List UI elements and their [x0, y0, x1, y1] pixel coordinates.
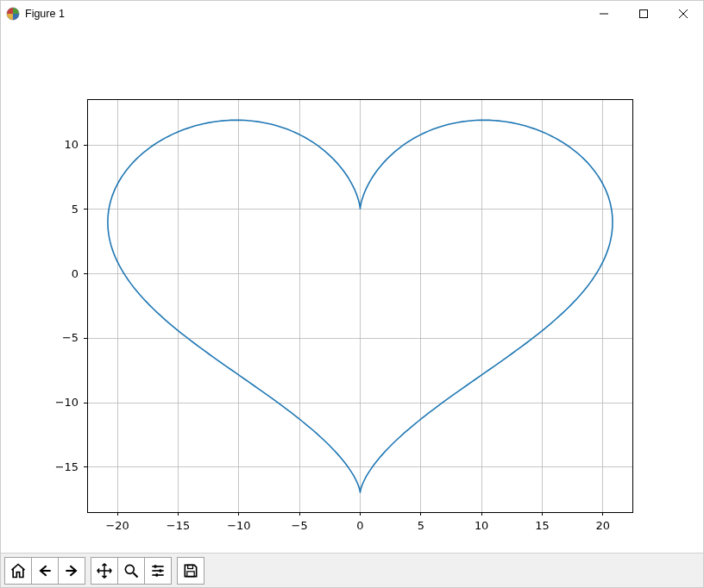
x-tick-label: 10	[475, 519, 488, 532]
svg-rect-43	[160, 569, 162, 572]
x-tick-label: 15	[535, 519, 549, 532]
x-tick-label: 20	[596, 519, 610, 532]
figure-window: Figure 1 −20−15−10−505101520−15−10−50510	[0, 0, 704, 588]
x-tick-label: −5	[292, 519, 308, 532]
configure-button[interactable]	[144, 557, 172, 585]
svg-point-37	[125, 565, 134, 573]
save-button[interactable]	[177, 557, 204, 585]
y-tick-label: −10	[55, 396, 79, 409]
minimize-button[interactable]	[584, 1, 624, 27]
app-icon	[6, 7, 20, 21]
back-button[interactable]	[31, 557, 59, 585]
x-tick-label: −10	[227, 519, 250, 532]
svg-rect-2	[640, 10, 648, 18]
maximize-button[interactable]	[624, 1, 663, 27]
svg-rect-42	[154, 565, 157, 567]
svg-rect-46	[187, 571, 194, 576]
navigation-toolbar	[1, 553, 703, 587]
x-tick-label: 5	[418, 519, 424, 532]
window-controls	[584, 1, 703, 27]
plot-area[interactable]: −20−15−10−505101520−15−10−50510	[1, 27, 703, 553]
svg-line-38	[134, 572, 138, 577]
window-title: Figure 1	[25, 8, 65, 20]
pan-button[interactable]	[91, 557, 118, 585]
forward-button[interactable]	[58, 557, 85, 585]
x-tick-label: −15	[167, 519, 190, 532]
y-tick-label: 10	[65, 138, 79, 151]
zoom-button[interactable]	[117, 557, 145, 585]
home-button[interactable]	[4, 557, 32, 585]
svg-rect-44	[156, 573, 159, 576]
y-tick-label: 5	[72, 203, 79, 216]
x-tick-label: −20	[106, 519, 129, 532]
chart-canvas[interactable]: −20−15−10−505101520−15−10−50510	[1, 27, 703, 553]
y-tick-label: 0	[72, 267, 79, 280]
title-bar: Figure 1	[1, 1, 703, 27]
svg-rect-45	[188, 565, 193, 568]
y-tick-label: −15	[55, 460, 79, 473]
x-tick-label: 0	[356, 519, 363, 532]
y-tick-label: −5	[62, 331, 79, 344]
close-button[interactable]	[663, 1, 703, 27]
